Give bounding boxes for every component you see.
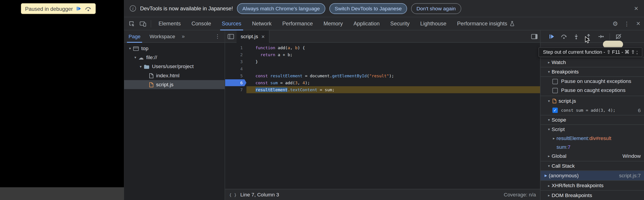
more-options-icon[interactable]: ⋮ xyxy=(621,18,632,29)
section-call-stack[interactable]: ▾ Call Stack xyxy=(540,161,644,171)
step-into-icon[interactable] xyxy=(571,31,581,41)
section-dom-breakpoints[interactable]: ▸ DOM Breakpoints xyxy=(540,190,644,200)
caret-down-icon[interactable]: ▾ xyxy=(138,64,144,68)
line-number[interactable]: 7 xyxy=(225,86,246,93)
step-over-icon[interactable] xyxy=(559,31,569,41)
tab-application[interactable]: Application xyxy=(348,17,385,30)
tab-performance-insights[interactable]: Performance insights xyxy=(452,17,520,30)
toggle-navigator-icon[interactable] xyxy=(225,31,237,42)
more-tabs-icon[interactable]: » xyxy=(180,33,187,39)
dont-show-again-button[interactable]: Don't show again xyxy=(411,3,461,14)
tree-item-file-protocol[interactable]: ▾ ☁ file:// xyxy=(124,53,224,62)
tab-performance[interactable]: Performance xyxy=(277,17,318,30)
code-line: 5 const resultElement = document.getElem… xyxy=(225,72,540,79)
section-label: Watch xyxy=(552,59,566,65)
tab-elements[interactable]: Elements xyxy=(153,17,186,30)
line-number[interactable]: 3 xyxy=(225,58,246,65)
screen: Paused in debugger i DevTools is now ava… xyxy=(0,0,644,200)
step-over-icon[interactable] xyxy=(85,6,92,11)
code-text: const sum = add(3, 4); xyxy=(246,79,540,86)
line-number[interactable]: 5 xyxy=(225,72,246,79)
checkbox-label: Pause on uncaught exceptions xyxy=(561,78,631,84)
close-notification-icon[interactable]: × xyxy=(634,5,638,12)
switch-devtools-japanese-button[interactable]: Switch DevTools to Japanese xyxy=(329,3,407,14)
file-tree: ▾ top ▾ ☁ file:// ▾ xyxy=(124,43,224,89)
frame-name: (anonymous) xyxy=(549,173,578,179)
scope-var-resultelement[interactable]: ▸ resultElement: div#result xyxy=(540,134,644,143)
caret-down-icon[interactable]: ▾ xyxy=(127,46,133,50)
code-line: 4 xyxy=(225,65,540,72)
tab-memory[interactable]: Memory xyxy=(318,17,348,30)
code-editor[interactable]: 1 function add(a, b) { 2 return a + b; 3… xyxy=(225,43,540,189)
paused-in-debugger-banner: Paused in debugger xyxy=(21,3,96,14)
scope-script-row[interactable]: ▾ Script xyxy=(540,125,644,134)
js-file-icon xyxy=(552,98,556,103)
pause-uncaught-checkbox[interactable] xyxy=(552,79,558,84)
selected-token: resultElement xyxy=(256,87,288,92)
tab-security[interactable]: Security xyxy=(385,17,415,30)
caret-right-icon: ▸ xyxy=(546,60,552,64)
tree-item-script-js[interactable]: script.js xyxy=(124,80,224,89)
tree-item-label: top xyxy=(141,46,148,51)
deactivate-breakpoints-icon[interactable] xyxy=(614,31,624,41)
notification-message: DevTools is now available in Japanese! xyxy=(140,5,233,11)
toggle-debugger-sidebar-icon[interactable] xyxy=(528,31,540,42)
step-icon[interactable] xyxy=(596,31,606,41)
device-toolbar-icon[interactable] xyxy=(137,18,149,29)
section-label: Call Stack xyxy=(552,163,575,169)
pause-caught-checkbox[interactable] xyxy=(552,88,558,93)
caret-down-icon: ▾ xyxy=(546,118,552,122)
token: function xyxy=(256,46,275,50)
section-label: DOM Breakpoints xyxy=(552,192,592,198)
call-stack-frame[interactable]: ▶ (anonymous) script.js:7 xyxy=(540,171,644,180)
debugger-toolbar xyxy=(540,30,644,43)
tree-item-label: Users/user/project xyxy=(152,64,194,69)
breakpoint-checkbox[interactable]: ✓ xyxy=(552,108,558,113)
close-devtools-icon[interactable]: × xyxy=(632,18,644,29)
toolbar-separator xyxy=(610,33,610,39)
scope-var-sum[interactable]: sum: 7 xyxy=(540,143,644,151)
close-tab-icon[interactable]: × xyxy=(262,33,265,39)
editor-tab-label: script.js xyxy=(241,33,258,39)
active-frame-icon: ▶ xyxy=(543,174,549,177)
tab-page[interactable]: Page xyxy=(124,30,145,42)
scope-global-row[interactable]: ▸ Global Window xyxy=(540,151,644,161)
always-match-language-button[interactable]: Always match Chrome's language xyxy=(237,3,325,14)
code-line: 2 return a + b; xyxy=(225,51,540,58)
resume-script-icon[interactable] xyxy=(546,31,556,41)
breakpoint-file-group[interactable]: ▾ script.js xyxy=(540,96,644,106)
section-watch[interactable]: ▸ Watch xyxy=(540,57,644,67)
html-file-icon xyxy=(149,73,154,78)
caret-down-icon: ▾ xyxy=(546,70,552,74)
section-xhr-breakpoints[interactable]: ▸ XHR/fetch Breakpoints xyxy=(540,180,644,190)
code-line-breakpoint: 6 const sum = add(3, 4); xyxy=(225,79,540,86)
tree-item-project-folder[interactable]: ▾ Users/user/project xyxy=(124,62,224,71)
inspect-element-icon[interactable] xyxy=(126,18,137,29)
tree-item-index-html[interactable]: index.html xyxy=(124,71,224,80)
breakpoint-marker[interactable]: 6 xyxy=(225,79,246,86)
caret-down-icon: ▾ xyxy=(546,164,552,168)
caret-right-icon: ▸ xyxy=(546,154,552,158)
tab-lighthouse[interactable]: Lighthouse xyxy=(415,17,452,30)
settings-gear-icon[interactable]: ⚙ xyxy=(610,18,621,29)
tab-network[interactable]: Network xyxy=(247,17,277,30)
line-number[interactable]: 2 xyxy=(225,51,246,58)
line-number[interactable]: 1 xyxy=(225,44,246,51)
tab-console[interactable]: Console xyxy=(186,17,216,30)
pause-uncaught-row: Pause on uncaught exceptions xyxy=(540,77,644,86)
tab-workspace[interactable]: Workspace xyxy=(145,30,180,42)
breakpoint-entry[interactable]: ✓ const sum = add(3, 4); 6 xyxy=(540,106,644,115)
section-breakpoints[interactable]: ▾ Breakpoints xyxy=(540,67,644,77)
resume-script-icon[interactable] xyxy=(76,6,82,12)
section-scope[interactable]: ▾ Scope xyxy=(540,115,644,125)
pretty-print-icon[interactable]: { } xyxy=(229,192,237,197)
tab-sources[interactable]: Sources xyxy=(216,17,247,30)
line-number[interactable]: 4 xyxy=(225,65,246,72)
editor-tab-script-js[interactable]: script.js × xyxy=(237,30,269,42)
variable-value: div#result xyxy=(589,135,612,141)
caret-down-icon[interactable]: ▾ xyxy=(133,55,138,59)
browser-page-background: Paused in debugger xyxy=(0,0,124,200)
navigator-more-options-icon[interactable]: ⋮ xyxy=(213,33,222,39)
coverage-status: Coverage: n/a xyxy=(504,192,536,198)
tree-item-top[interactable]: ▾ top xyxy=(124,44,224,53)
